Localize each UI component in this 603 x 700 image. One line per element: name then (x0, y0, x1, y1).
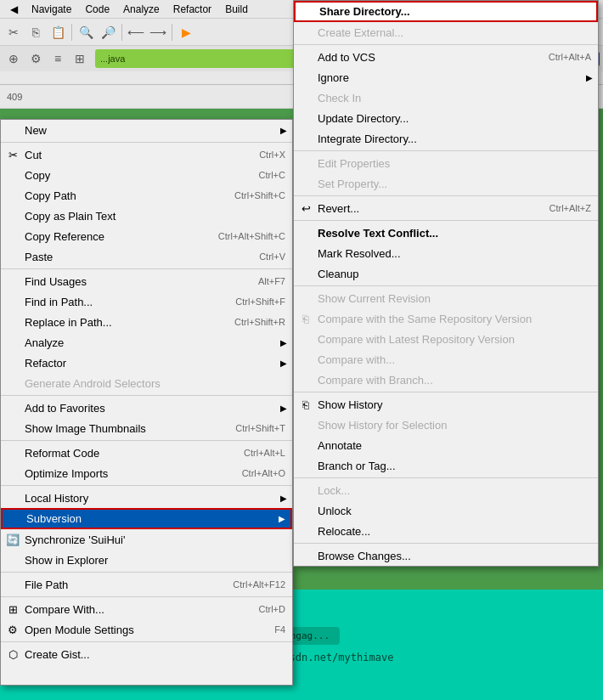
optimize-shortcut: Ctrl+Alt+O (225, 468, 285, 478)
search-button[interactable]: 🔍 (76, 22, 96, 42)
menu-optimize[interactable]: Optimize Imports Ctrl+Alt+O (1, 463, 292, 483)
menu-create-gist[interactable]: ⬡ Create Gist... (1, 644, 292, 664)
menu-relocate[interactable]: Relocate... (294, 521, 598, 541)
menu-add-vcs[interactable]: Add to VCS Ctrl+Alt+A (294, 47, 598, 67)
revert-icon: ↩ (297, 202, 314, 215)
forward-button[interactable]: ⟶ (148, 22, 168, 42)
menu-history-sel: Show History for Selection (294, 415, 598, 435)
generate-label: Generate Android Selectors (25, 377, 161, 390)
menu-copy-path[interactable]: Copy Path Ctrl+Shift+C (1, 185, 292, 206)
new-label: New (25, 124, 47, 137)
menu-ignore[interactable]: Ignore ▶ (294, 67, 598, 88)
right-context-menu: Share Directory... Create External... Ad… (293, 0, 599, 567)
menu-item-back[interactable]: ◀ (3, 2, 25, 17)
menu-item-analyze[interactable]: Analyze (116, 2, 166, 17)
back-button[interactable]: ⟵ (126, 22, 146, 42)
thumbnails-shortcut: Ctrl+Shift+T (218, 423, 285, 433)
menu-local-history[interactable]: Local History ▶ (1, 488, 292, 508)
synchronize-icon: 🔄 (4, 533, 21, 546)
revert-shortcut: Ctrl+Alt+Z (532, 203, 591, 213)
menu-show-explorer[interactable]: Show in Explorer (1, 550, 292, 570)
settings-icon[interactable]: ⚙ (25, 48, 46, 69)
menu-resolve-conflict[interactable]: Resolve Text Conflict... (294, 223, 598, 243)
menu-share-dir[interactable]: Share Directory... (294, 1, 598, 22)
menu-show-thumbnails[interactable]: Show Image Thumbnails Ctrl+Shift+T (1, 418, 292, 438)
menu-compare-branch: Compare with Branch... (294, 370, 598, 390)
menu-module-settings[interactable]: ⚙ Open Module Settings F4 (1, 619, 292, 640)
menu-revert[interactable]: ↩ Revert... Ctrl+Alt+Z (294, 198, 598, 218)
menu-item-build[interactable]: Build (218, 2, 255, 17)
menu-add-favorites[interactable]: Add to Favorites ▶ (1, 398, 292, 418)
sort-icon[interactable]: ≡ (48, 48, 68, 69)
menu-cut[interactable]: ✂ Cut Ctrl+X (1, 144, 292, 165)
menu-reformat[interactable]: Reformat Code Ctrl+Alt+L (1, 443, 292, 463)
menu-subversion[interactable]: Subversion ▶ (1, 508, 292, 529)
compare-icon: ⊞ (4, 603, 21, 616)
refactor-label: Refactor (25, 357, 66, 370)
module-label: Open Module Settings (25, 624, 134, 636)
file-path-shortcut: Ctrl+Alt+F12 (216, 579, 285, 590)
menu-show-history[interactable]: ⎗ Show History (294, 394, 598, 415)
refactor-arrow: ▶ (280, 358, 287, 368)
replace-label: Replace in Path... (25, 316, 112, 329)
menu-copy-reference[interactable]: Copy Reference Ctrl+Alt+Shift+C (1, 226, 292, 246)
cut-icon: ✂ (4, 149, 21, 161)
menu-cleanup[interactable]: Cleanup (294, 263, 598, 284)
menu-refactor[interactable]: Refactor ▶ (1, 353, 292, 373)
sep4 (1, 485, 292, 486)
menu-browse-changes[interactable]: Browse Changes... (294, 545, 598, 566)
menu-annotate[interactable]: Annotate (294, 435, 598, 455)
context-menu-container: New ▶ ✂ Cut Ctrl+X Copy Ctrl+C Copy Path… (0, 119, 599, 686)
menu-find-usages[interactable]: Find Usages Alt+F7 (1, 271, 292, 291)
menu-item-code[interactable]: Code (78, 2, 116, 17)
sep5 (1, 572, 292, 573)
left-context-menu: New ▶ ✂ Cut Ctrl+X Copy Ctrl+C Copy Path… (0, 119, 293, 686)
optimize-label: Optimize Imports (25, 467, 108, 480)
cut-button[interactable]: ✂ (3, 22, 24, 42)
menu-compare-with[interactable]: ⊞ Compare With... Ctrl+D (1, 599, 292, 619)
file-path-label: File Path (25, 579, 68, 591)
menu-integrate-dir[interactable]: Integrate Directory... (294, 128, 598, 149)
menu-replace-in-path[interactable]: Replace in Path... Ctrl+Shift+R (1, 312, 292, 332)
menu-copy-plain-text[interactable]: Copy as Plain Text (1, 206, 292, 226)
menu-item-navigate[interactable]: Navigate (25, 2, 78, 17)
menu-mark-resolved[interactable]: Mark Resolved... (294, 243, 598, 263)
menu-generate-android: Generate Android Selectors (1, 373, 292, 393)
compare-latest-label: Compare with Latest Repository Version (318, 333, 515, 346)
menu-paste[interactable]: Paste Ctrl+V (1, 246, 292, 267)
menu-copy[interactable]: Copy Ctrl+C (1, 165, 292, 185)
run-button[interactable]: ▶ (176, 22, 196, 42)
gist-label: Create Gist... (25, 648, 90, 661)
integrate-label: Integrate Directory... (318, 133, 417, 145)
subversion-label: Subversion (26, 512, 82, 525)
search2-button[interactable]: 🔎 (98, 22, 118, 42)
compare-branch-label: Compare with Branch... (318, 374, 433, 387)
favorites-arrow: ▶ (280, 404, 287, 413)
menu-file-path[interactable]: File Path Ctrl+Alt+F12 (1, 574, 292, 595)
menu-analyze[interactable]: Analyze ▶ (1, 332, 292, 353)
menu-lock: Lock... (294, 480, 598, 500)
menu-set-property: Set Property... (294, 173, 598, 194)
menu-new[interactable]: New ▶ (1, 120, 292, 140)
menu-update-dir[interactable]: Update Directory... (294, 108, 598, 128)
menu-item-refactor[interactable]: Refactor (166, 2, 218, 17)
rsep6 (294, 392, 598, 392)
paste-button[interactable]: 📋 (48, 22, 68, 42)
toolbar-sep3 (172, 24, 172, 41)
menu-branch-tag[interactable]: Branch or Tag... (294, 455, 598, 476)
copy-button[interactable]: ⎘ (25, 22, 46, 42)
replace-shortcut: Ctrl+Shift+R (217, 317, 285, 327)
explorer-label: Show in Explorer (25, 554, 108, 567)
sync-icon[interactable]: ⊕ (3, 48, 24, 69)
copy-ref-label: Copy Reference (25, 230, 104, 243)
menu-find-in-path[interactable]: Find in Path... Ctrl+Shift+F (1, 291, 292, 312)
menu-unlock[interactable]: Unlock (294, 500, 598, 521)
expand-icon[interactable]: ⊞ (70, 48, 90, 69)
menu-synchronize[interactable]: 🔄 Synchronize 'SuiHui' (1, 529, 292, 550)
mark-label: Mark Resolved... (318, 247, 401, 260)
compare-same-label: Compare with the Same Repository Version (318, 313, 532, 325)
copy-path-label: Copy Path (25, 189, 76, 202)
analyze-label: Analyze (25, 336, 64, 349)
cut-label: Cut (25, 149, 42, 161)
add-vcs-shortcut: Ctrl+Alt+A (532, 52, 591, 62)
